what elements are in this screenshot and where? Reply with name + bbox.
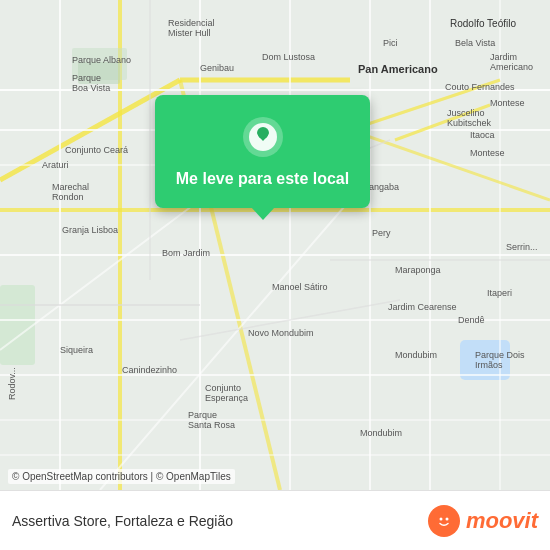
bottom-bar: Assertiva Store, Fortaleza e Região moov… xyxy=(0,490,550,550)
store-label: Assertiva Store, Fortaleza e Região xyxy=(12,513,233,529)
moovit-logo: moovit xyxy=(428,505,538,537)
moovit-wordmark: moovit xyxy=(466,508,538,534)
map-container: Rodolfo Teófilo ResidencialMister Hull P… xyxy=(0,0,550,490)
svg-rect-27 xyxy=(78,62,120,84)
map-popup[interactable]: Me leve para este local xyxy=(155,95,370,208)
svg-point-38 xyxy=(439,517,442,520)
svg-rect-2 xyxy=(0,285,35,365)
popup-label: Me leve para este local xyxy=(176,169,349,190)
map-attribution: © OpenStreetMap contributors | © OpenMap… xyxy=(8,469,235,484)
location-pin-icon xyxy=(241,115,285,159)
svg-point-39 xyxy=(445,517,448,520)
moovit-icon xyxy=(428,505,460,537)
svg-point-37 xyxy=(434,511,454,531)
